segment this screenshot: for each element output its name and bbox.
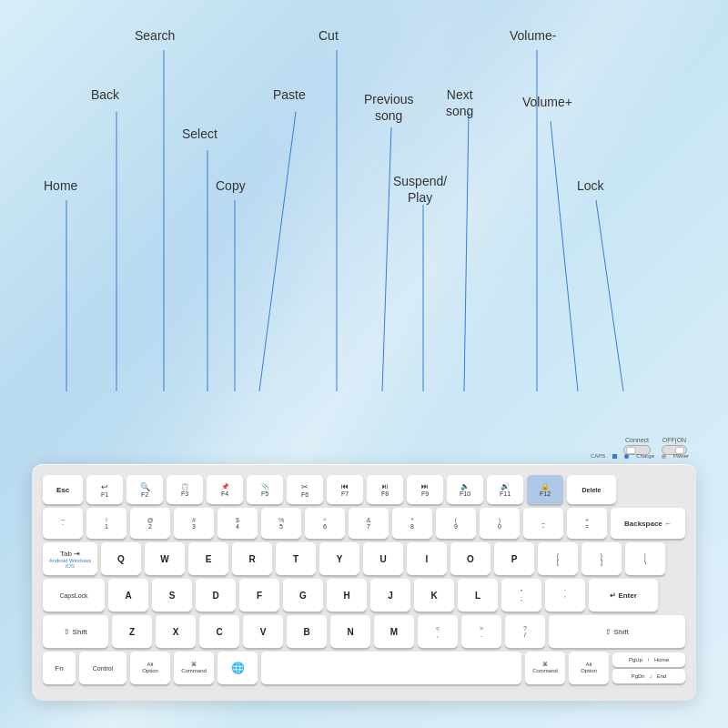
key-esc[interactable]: Esc bbox=[43, 475, 83, 504]
key-h[interactable]: H bbox=[327, 579, 367, 612]
key-pgdn-end[interactable]: PgDn ↓ End bbox=[612, 669, 685, 683]
key-alt-option-right[interactable]: AltOption bbox=[569, 652, 609, 684]
key-o[interactable]: O bbox=[450, 542, 490, 575]
key-backtick[interactable]: ~` bbox=[43, 508, 83, 539]
key-1[interactable]: !1 bbox=[86, 508, 126, 539]
key-backspace[interactable]: Backspace ← bbox=[611, 508, 685, 539]
key-f5[interactable]: 📎 F5 bbox=[247, 475, 283, 504]
key-slash[interactable]: ?/ bbox=[505, 615, 545, 648]
caps-key-row: CapsLock A S D F G H J K L "; '' ↵ Enter bbox=[43, 579, 685, 612]
key-6[interactable]: ^6 bbox=[305, 508, 345, 539]
key-y[interactable]: Y bbox=[319, 542, 359, 575]
key-command-left[interactable]: ⌘Command bbox=[174, 652, 214, 684]
key-f11[interactable]: 🔊 F11 bbox=[487, 475, 523, 504]
key-alt-option[interactable]: AltOption bbox=[130, 652, 170, 684]
key-period[interactable]: >. bbox=[461, 615, 501, 648]
key-7[interactable]: &7 bbox=[349, 508, 389, 539]
key-semicolon[interactable]: "; bbox=[501, 579, 541, 612]
key-f6[interactable]: ✂ F6 bbox=[287, 475, 323, 504]
label-paste: Paste bbox=[273, 86, 306, 103]
key-f8[interactable]: ⏯ F8 bbox=[367, 475, 403, 504]
bottom-key-row: Fn Control AltOption ⌘Command 🌐 ⌘Command… bbox=[43, 652, 685, 684]
key-backslash[interactable]: |\ bbox=[625, 542, 665, 575]
power-label: Power bbox=[673, 453, 689, 459]
key-globe[interactable]: 🌐 bbox=[217, 652, 258, 684]
number-key-row: ~` !1 @2 #3 $4 %5 ^6 &7 *8 (9 )0 _- += B… bbox=[43, 508, 685, 539]
key-f3[interactable]: 📋 F3 bbox=[167, 475, 203, 504]
key-comma[interactable]: <, bbox=[418, 615, 458, 648]
label-volume-minus: Volume- bbox=[510, 27, 556, 44]
key-8[interactable]: *8 bbox=[392, 508, 432, 539]
key-d[interactable]: D bbox=[196, 579, 236, 612]
keyboard: Connect OFF|ON CAPS Charge Power bbox=[32, 464, 696, 701]
key-f7[interactable]: ⏮ F7 bbox=[327, 475, 363, 504]
key-command-right[interactable]: ⌘Command bbox=[525, 652, 565, 684]
key-f10[interactable]: 🔉 F10 bbox=[447, 475, 483, 504]
key-2[interactable]: @2 bbox=[130, 508, 170, 539]
key-shift-left[interactable]: ⇧ Shift bbox=[43, 615, 108, 648]
key-m[interactable]: M bbox=[374, 615, 414, 648]
key-g[interactable]: G bbox=[283, 579, 323, 612]
key-control[interactable]: Control bbox=[79, 652, 126, 684]
offon-label: OFF|ON bbox=[662, 437, 686, 443]
key-5[interactable]: %5 bbox=[261, 508, 301, 539]
nav-cluster: PgUp ↑ Home PgDn ↓ End bbox=[612, 652, 685, 683]
label-home: Home bbox=[44, 177, 77, 194]
key-9[interactable]: (9 bbox=[436, 508, 476, 539]
key-enter[interactable]: ↵ Enter bbox=[589, 579, 658, 612]
label-previous-song: Previous song bbox=[364, 91, 413, 124]
key-q[interactable]: Q bbox=[101, 542, 141, 575]
key-u[interactable]: U bbox=[363, 542, 403, 575]
key-fn[interactable]: Fn bbox=[43, 652, 76, 684]
key-z[interactable]: Z bbox=[112, 615, 152, 648]
key-x[interactable]: X bbox=[156, 615, 196, 648]
key-shift-right[interactable]: ⇧ Shift bbox=[549, 615, 685, 648]
key-f1[interactable]: ↩ F1 bbox=[86, 475, 123, 504]
key-4[interactable]: $4 bbox=[217, 508, 258, 539]
keyboard-body: Esc ↩ F1 🔍 F2 📋 F3 📌 F4 bbox=[32, 464, 696, 701]
key-l[interactable]: L bbox=[458, 579, 498, 612]
key-p[interactable]: P bbox=[494, 542, 534, 575]
tab-key-row: Tab ⇥ Android Windows iOS Q W E R T Y U … bbox=[43, 542, 685, 575]
key-equals[interactable]: += bbox=[567, 508, 607, 539]
key-b[interactable]: B bbox=[287, 615, 327, 648]
key-c[interactable]: C bbox=[199, 615, 239, 648]
key-lbracket[interactable]: {[ bbox=[538, 542, 578, 575]
key-i[interactable]: I bbox=[407, 542, 447, 575]
key-a[interactable]: A bbox=[108, 579, 148, 612]
key-k[interactable]: K bbox=[414, 579, 454, 612]
key-delete[interactable]: Delete bbox=[567, 475, 616, 504]
f-key-row: Esc ↩ F1 🔍 F2 📋 F3 📌 F4 bbox=[43, 475, 685, 504]
key-j[interactable]: J bbox=[370, 579, 410, 612]
connect-label: Connect bbox=[625, 437, 649, 443]
key-f2[interactable]: 🔍 F2 bbox=[126, 475, 163, 504]
charge-label: Charge bbox=[636, 453, 654, 459]
key-minus[interactable]: _- bbox=[523, 508, 563, 539]
label-copy: Copy bbox=[216, 177, 246, 194]
key-3[interactable]: #3 bbox=[174, 508, 214, 539]
key-s[interactable]: S bbox=[152, 579, 192, 612]
shift-key-row: ⇧ Shift Z X C V B N M <, >. ?/ ⇧ Shift bbox=[43, 615, 685, 648]
key-f[interactable]: F bbox=[239, 579, 279, 612]
key-space[interactable] bbox=[261, 652, 521, 684]
key-f9[interactable]: ⏭ F9 bbox=[407, 475, 443, 504]
key-0[interactable]: )0 bbox=[480, 508, 520, 539]
key-f12[interactable]: 🔒 F12 bbox=[527, 475, 563, 504]
key-r[interactable]: R bbox=[232, 542, 272, 575]
key-capslock[interactable]: CapsLock bbox=[43, 579, 105, 612]
key-v[interactable]: V bbox=[243, 615, 283, 648]
key-rbracket[interactable]: }] bbox=[581, 542, 622, 575]
key-t[interactable]: T bbox=[276, 542, 316, 575]
key-n[interactable]: N bbox=[330, 615, 370, 648]
label-suspend-play: Suspend/ Play bbox=[393, 173, 447, 206]
key-f4[interactable]: 📌 F4 bbox=[207, 475, 243, 504]
key-quote[interactable]: '' bbox=[545, 579, 585, 612]
key-pgup-home[interactable]: PgUp ↑ Home bbox=[612, 652, 685, 667]
label-next-song: Next song bbox=[446, 86, 473, 119]
label-select: Select bbox=[182, 126, 217, 142]
key-w[interactable]: W bbox=[145, 542, 185, 575]
caps-label: CAPS bbox=[591, 453, 605, 459]
label-search: Search bbox=[135, 27, 175, 44]
key-tab[interactable]: Tab ⇥ Android Windows iOS bbox=[43, 542, 97, 575]
key-e[interactable]: E bbox=[188, 542, 228, 575]
